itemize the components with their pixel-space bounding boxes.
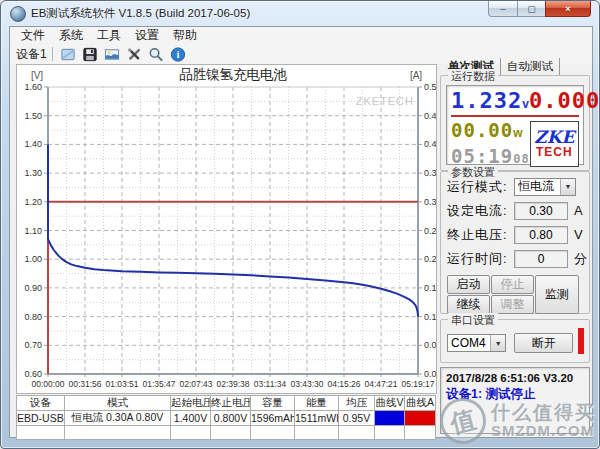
svg-text:05:19:17: 05:19:17 bbox=[401, 379, 434, 389]
svg-text:1.60: 1.60 bbox=[24, 82, 42, 92]
curve-v-swatch bbox=[375, 411, 405, 426]
set-current-unit: A bbox=[574, 203, 583, 218]
maximize-icon: ▢ bbox=[527, 4, 536, 14]
save-icon[interactable] bbox=[81, 46, 99, 63]
menu-item-2[interactable]: 工具 bbox=[90, 26, 128, 45]
power-readout: 00.00w bbox=[451, 119, 530, 141]
file-icon[interactable] bbox=[59, 46, 77, 63]
table-header: 容量 bbox=[251, 396, 295, 411]
disconnect-button[interactable]: 断开 bbox=[514, 333, 573, 353]
stop-button[interactable]: 停止 bbox=[491, 275, 534, 294]
table-cell bbox=[339, 426, 375, 440]
table-header: 模式 bbox=[65, 396, 171, 411]
table-header: 能量 bbox=[295, 396, 339, 411]
connection-indicator bbox=[578, 328, 584, 354]
svg-text:00:31:56: 00:31:56 bbox=[68, 379, 101, 389]
svg-text:01:03:51: 01:03:51 bbox=[105, 379, 138, 389]
menu-item-1[interactable]: 系统 bbox=[52, 26, 90, 45]
chevron-down-icon: ▼ bbox=[560, 179, 575, 195]
com-port-select[interactable]: COM4 ▼ bbox=[447, 334, 506, 352]
table-cell bbox=[251, 426, 295, 440]
run-time-label: 运行时间: bbox=[447, 250, 514, 268]
readout-divider bbox=[451, 115, 579, 117]
svg-text:02:39:38: 02:39:38 bbox=[216, 379, 249, 389]
window-controls: – ▢ × bbox=[488, 1, 591, 17]
image-icon[interactable] bbox=[103, 46, 121, 63]
tab-auto-test[interactable]: 自动测试 bbox=[501, 58, 560, 75]
svg-text:0.10: 0.10 bbox=[424, 312, 436, 322]
svg-text:01:35:47: 01:35:47 bbox=[142, 379, 175, 389]
maximize-button[interactable]: ▢ bbox=[518, 1, 545, 17]
right-panel: 单次测试 自动测试 运行数据 1.232v 0.000A 00.00w 05:1… bbox=[440, 58, 592, 436]
table-cell: 恒电流 0.30A 0.80V bbox=[65, 411, 171, 426]
svg-text:0.50: 0.50 bbox=[424, 82, 436, 92]
serial-group: 串口设置 COM4 ▼ 断开 bbox=[440, 319, 590, 363]
battery-discharge-chart: ZKETECH0.600.700.800.901.001.101.201.301… bbox=[17, 65, 436, 391]
table-cell bbox=[65, 426, 171, 440]
table-cell bbox=[17, 426, 65, 440]
svg-text:0.80: 0.80 bbox=[24, 312, 42, 322]
zoom-icon[interactable] bbox=[147, 46, 165, 63]
run-time-input[interactable] bbox=[514, 250, 568, 268]
curve-a-swatch bbox=[405, 411, 436, 426]
svg-text:ZKETECH: ZKETECH bbox=[356, 95, 414, 107]
svg-text:02:07:43: 02:07:43 bbox=[179, 379, 212, 389]
svg-text:0.05: 0.05 bbox=[424, 340, 436, 350]
toolbar-separator bbox=[52, 47, 53, 61]
menu-item-3[interactable]: 设置 bbox=[128, 26, 166, 45]
svg-text:0.40: 0.40 bbox=[424, 139, 436, 149]
device-tab[interactable]: 设备1 bbox=[14, 46, 52, 63]
info-icon[interactable]: i bbox=[169, 46, 187, 63]
time-readout: 05:1908 bbox=[451, 145, 530, 167]
status-box: 2017/8/28 6:51:06 V3.20 设备1: 测试停止 bbox=[440, 367, 590, 434]
svg-text:1.40: 1.40 bbox=[24, 139, 42, 149]
svg-text:1.30: 1.30 bbox=[24, 168, 42, 178]
start-button[interactable]: 启动 bbox=[447, 275, 490, 294]
monitor-button[interactable]: 监测 bbox=[535, 275, 579, 314]
table-header: 曲线A bbox=[405, 396, 436, 411]
svg-text:1.50: 1.50 bbox=[24, 111, 42, 121]
table-cell bbox=[405, 426, 436, 440]
svg-text:0.60: 0.60 bbox=[24, 369, 42, 379]
svg-text:04:15:26: 04:15:26 bbox=[327, 379, 360, 389]
svg-text:i: i bbox=[176, 50, 179, 60]
app-icon bbox=[10, 6, 26, 22]
minimize-button[interactable]: – bbox=[488, 1, 518, 17]
svg-text:品胜镍氢充电电池: 品胜镍氢充电电池 bbox=[179, 67, 288, 82]
adjust-button[interactable]: 调整 bbox=[491, 295, 534, 314]
status-line-datetime: 2017/8/28 6:51:06 V3.20 bbox=[446, 372, 584, 384]
table-cell bbox=[375, 426, 405, 440]
svg-text:[V]: [V] bbox=[31, 70, 43, 81]
resume-button[interactable]: 继续 bbox=[447, 295, 490, 314]
menubar: 文件系统工具设置帮助 bbox=[10, 27, 592, 44]
table-cell bbox=[211, 426, 251, 440]
cutoff-voltage-input[interactable] bbox=[514, 226, 568, 244]
zketech-logo: ZKE TECH bbox=[530, 121, 579, 167]
menu-item-4[interactable]: 帮助 bbox=[166, 26, 204, 45]
readout-panel: 1.232v 0.000A 00.00w 05:1908 ZKE TECH bbox=[446, 85, 584, 165]
close-button[interactable]: × bbox=[545, 1, 591, 17]
menu-item-0[interactable]: 文件 bbox=[14, 26, 52, 45]
svg-text:0.15: 0.15 bbox=[424, 283, 436, 293]
svg-text:1.00: 1.00 bbox=[24, 254, 42, 264]
chart-panel: ZKETECH0.600.700.800.901.001.101.201.301… bbox=[16, 64, 437, 394]
set-current-input[interactable] bbox=[514, 202, 568, 220]
cutoff-voltage-unit: V bbox=[574, 227, 583, 242]
minimize-icon: – bbox=[500, 4, 505, 14]
run-mode-select[interactable]: 恒电流 ▼ bbox=[514, 178, 576, 196]
run-data-group: 运行数据 1.232v 0.000A 00.00w 05:1908 ZKE bbox=[440, 75, 590, 171]
tools-icon[interactable] bbox=[125, 46, 143, 63]
titlebar: EB测试系统软件 V1.8.5 (Build 2017-06-05) – ▢ × bbox=[1, 1, 599, 26]
status-line-device: 设备1: 测试停止 bbox=[446, 386, 584, 403]
table-row: EBD-USB+恒电流 0.30A 0.80V1.400V0.800V1596m… bbox=[17, 411, 436, 426]
client-area: 文件系统工具设置帮助 设备1 i ZKETECH0.600.700.800.90… bbox=[9, 26, 593, 438]
table-cell: 0.95V bbox=[339, 411, 375, 426]
table-cell: 1511mWh bbox=[295, 411, 339, 426]
cutoff-voltage-label: 终止电压: bbox=[447, 226, 514, 244]
window-title: EB测试系统软件 V1.8.5 (Build 2017-06-05) bbox=[31, 6, 250, 21]
chevron-down-icon: ▼ bbox=[490, 335, 505, 351]
table-cell: EBD-USB+ bbox=[17, 411, 65, 426]
run-data-group-label: 运行数据 bbox=[448, 69, 498, 84]
svg-text:1.10: 1.10 bbox=[24, 226, 42, 236]
svg-text:0.30: 0.30 bbox=[424, 197, 436, 207]
